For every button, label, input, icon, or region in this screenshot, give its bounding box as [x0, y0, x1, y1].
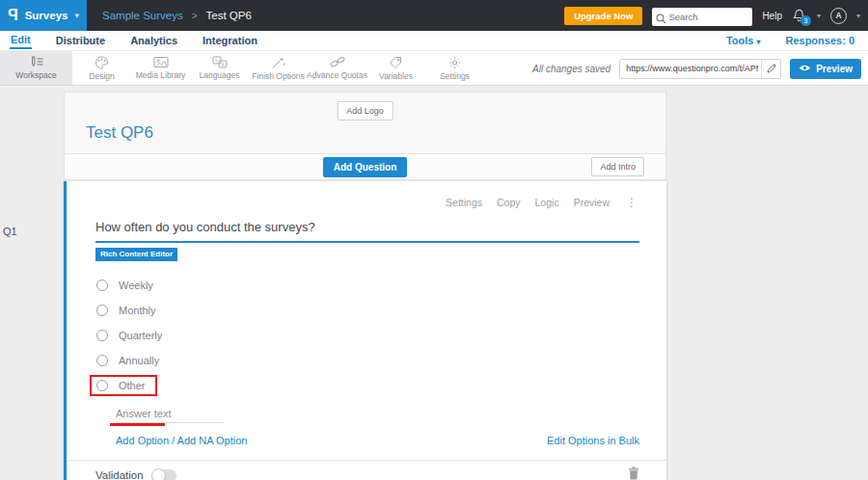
tools-menu[interactable]: Tools ▾ — [726, 35, 761, 46]
validation-toggle[interactable] — [152, 469, 176, 480]
edit-toolbar: Workspace Design Media Library xA Langua… — [0, 50, 868, 86]
toolbar-label: Finish Options — [252, 71, 304, 81]
tab-edit[interactable]: Edit — [10, 32, 32, 49]
breadcrumb-parent[interactable]: Sample Surveys — [102, 10, 183, 21]
question-text[interactable]: How often do you conduct the surveys? — [95, 220, 666, 234]
media-library-icon — [153, 56, 169, 68]
advance-quotas-links-icon — [330, 56, 345, 68]
link-separator: / — [169, 435, 177, 446]
toolbar-item-advance-quotas[interactable]: Advance Quotas — [308, 51, 366, 85]
add-option-links: Add Option / Add NA Option — [116, 435, 247, 446]
radio-icon[interactable] — [96, 380, 108, 391]
option-row-annually[interactable]: Annually — [96, 348, 666, 373]
question-actions: Settings Copy Logic Preview ⋮ — [67, 181, 666, 209]
annotation-highlight-box: Other — [90, 375, 157, 396]
survey-editor-canvas: Q1 Add Logo Test QP6 Add Question Add In… — [0, 92, 868, 480]
chevron-down-icon: ▾ — [74, 11, 79, 20]
toolbar-label: Variables — [379, 71, 413, 81]
option-label[interactable]: Weekly — [119, 280, 153, 291]
other-answer-field — [116, 404, 224, 423]
option-label[interactable]: Quarterly — [119, 330, 162, 341]
settings-gear-icon — [448, 56, 462, 69]
validation-label: Validation — [95, 469, 144, 480]
add-question-button-top[interactable]: Add Question — [323, 157, 408, 177]
add-logo-button[interactable]: Add Logo — [337, 101, 393, 120]
toolbar-item-media-library[interactable]: Media Library — [131, 51, 190, 85]
question-number-label: Q1 — [3, 226, 17, 237]
workspace-icon — [29, 56, 44, 68]
radio-icon[interactable] — [96, 330, 108, 341]
responses-count[interactable]: Responses: 0 — [785, 35, 854, 46]
survey-url-box — [619, 59, 781, 79]
toolbar-item-settings[interactable]: Settings — [425, 51, 484, 85]
breadcrumb-separator-icon: > — [192, 11, 198, 21]
question-block: Settings Copy Logic Preview ⋮ How often … — [64, 181, 666, 480]
option-label[interactable]: Annually — [119, 355, 159, 366]
tools-label: Tools — [726, 35, 754, 46]
svg-text:A: A — [221, 62, 225, 67]
add-na-option-link[interactable]: Add NA Option — [177, 435, 248, 446]
toolbar-label: Media Library — [136, 70, 186, 80]
toggle-knob — [151, 468, 166, 480]
survey-title[interactable]: Test QP6 — [86, 123, 153, 143]
option-row-other[interactable]: Other — [96, 373, 666, 398]
top-bar-right: Upgrade Now Help 3 ▾ A ▾ — [564, 0, 860, 31]
search-icon — [656, 11, 666, 28]
annotation-underline — [110, 423, 165, 426]
option-label[interactable]: Monthly — [119, 305, 156, 316]
help-link[interactable]: Help — [762, 11, 782, 21]
toolbar-item-design[interactable]: Design — [72, 51, 131, 85]
question-preview-link[interactable]: Preview — [574, 197, 610, 208]
search-input[interactable] — [652, 8, 752, 26]
preview-button[interactable]: Preview — [790, 59, 861, 79]
question-logic-link[interactable]: Logic — [535, 197, 559, 208]
edit-url-pencil-icon[interactable] — [761, 60, 780, 78]
tools-caret-icon: ▾ — [756, 38, 760, 46]
tab-integration[interactable]: Integration — [202, 33, 258, 48]
avatar[interactable]: A — [830, 8, 847, 24]
option-row-quarterly[interactable]: Quarterly — [96, 323, 666, 348]
option-links-row: Add Option / Add NA Option Edit Options … — [116, 435, 639, 446]
search-box — [652, 7, 752, 25]
delete-question-trash-icon[interactable] — [628, 467, 639, 480]
toolbar-label: Languages — [199, 70, 239, 80]
toolbar-label: Design — [89, 71, 114, 81]
toolbar-item-finish-options[interactable]: Finish Options — [249, 51, 308, 85]
radio-icon[interactable] — [96, 355, 108, 366]
option-row-monthly[interactable]: Monthly — [96, 298, 666, 323]
notifications-caret-icon[interactable]: ▾ — [817, 12, 821, 20]
question-footer: Validation — [67, 460, 666, 480]
survey-header-section: Add Logo Test QP6 — [64, 92, 666, 154]
notifications-bell-icon[interactable]: 3 — [792, 7, 807, 24]
question-copy-link[interactable]: Copy — [497, 197, 521, 208]
other-answer-input[interactable] — [116, 407, 224, 423]
tab-distribute[interactable]: Distribute — [55, 33, 106, 48]
questionpro-logo-icon: P — [8, 8, 18, 23]
preview-label: Preview — [816, 64, 853, 74]
question-settings-link[interactable]: Settings — [446, 197, 482, 208]
add-intro-button[interactable]: Add Intro — [591, 157, 644, 176]
toolbar-item-languages[interactable]: xA Languages — [190, 51, 249, 85]
answer-options-list: Weekly Monthly Quarterly Annually — [96, 273, 666, 398]
variables-tag-icon — [389, 56, 403, 69]
add-option-link[interactable]: Add Option — [116, 435, 169, 446]
toolbar-label: Settings — [440, 71, 470, 81]
radio-icon[interactable] — [96, 305, 108, 316]
option-row-weekly[interactable]: Weekly — [96, 273, 666, 298]
option-label[interactable]: Other — [119, 380, 146, 391]
top-bar: P Surveys ▾ Sample Surveys > Test QP6 Up… — [0, 0, 868, 31]
radio-icon[interactable] — [96, 280, 108, 291]
upgrade-now-button[interactable]: Upgrade Now — [564, 7, 642, 25]
toolbar-item-workspace[interactable]: Workspace — [0, 51, 72, 85]
breadcrumb-current: Test QP6 — [206, 10, 252, 21]
surveys-menu[interactable]: P Surveys ▾ — [0, 0, 87, 31]
toolbar-item-variables[interactable]: Variables — [366, 51, 425, 85]
edit-options-in-bulk-link[interactable]: Edit Options in Bulk — [547, 435, 639, 446]
rich-content-editor-badge[interactable]: Rich Content Editor — [95, 248, 177, 261]
account-caret-icon[interactable]: ▾ — [856, 12, 860, 20]
survey-url-input[interactable] — [620, 64, 761, 73]
toolbar-label: Workspace — [15, 70, 56, 80]
surveys-menu-label: Surveys — [25, 10, 68, 21]
tab-analytics[interactable]: Analytics — [129, 33, 178, 48]
question-overflow-menu-icon[interactable]: ⋮ — [626, 196, 637, 209]
